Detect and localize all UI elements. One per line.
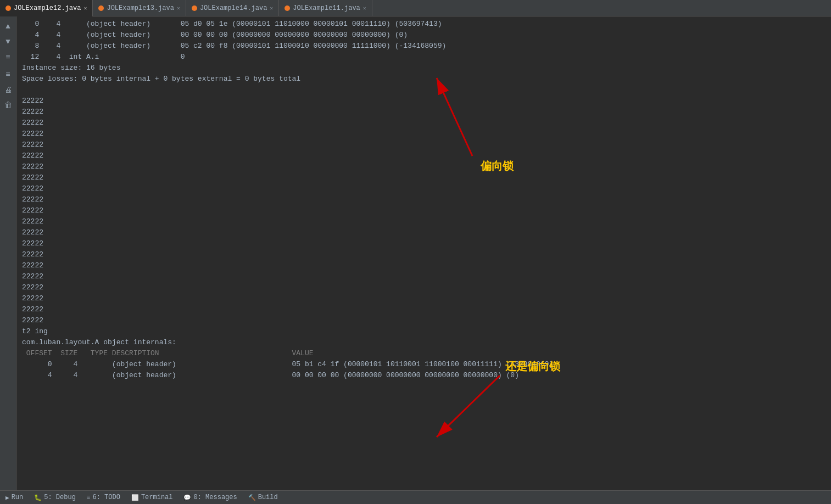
code-line: 0 4 (object header) 05 b1 c4 1f (0000010… [22, 359, 831, 370]
tab-label: JOLExample12.java [14, 4, 81, 12]
svg-line-3 [437, 376, 500, 437]
code-line: t2 ing [22, 326, 831, 337]
code-line: 22222 [22, 249, 831, 260]
code-line: 0 4 (object header) 05 d0 05 1e (0000010… [22, 19, 831, 30]
delete-icon[interactable]: 🗑 [3, 100, 14, 111]
annotation-biased-lock-1: 偏向锁 [481, 159, 514, 173]
status-run[interactable]: ▶ Run [5, 494, 23, 501]
code-line: 22222 [22, 227, 831, 238]
left-toolbar: ▲ ▼ ≡ ≡ 🖨 🗑 [0, 16, 16, 490]
tab-jolexample12[interactable]: JOLExample12.java ✕ [0, 0, 93, 16]
java-icon [98, 5, 104, 11]
code-line: 22222 [22, 96, 831, 107]
code-line: 22222 [22, 293, 831, 304]
status-terminal[interactable]: ⬜ Terminal [131, 494, 173, 501]
status-debug-label: 5: Debug [44, 494, 76, 501]
tab-label: JOLExample13.java [107, 4, 174, 12]
code-line: 22222 [22, 315, 831, 326]
main-area: ▲ ▼ ≡ ≡ 🖨 🗑 0 4 (object header) 05 d0 05… [0, 16, 831, 490]
code-line: 22222 [22, 139, 831, 150]
code-line: 22222 [22, 194, 831, 205]
code-line: 22222 [22, 117, 831, 128]
code-line [22, 85, 831, 96]
code-line: 22222 [22, 216, 831, 227]
status-messages-label: 0: Messages [193, 494, 237, 501]
close-tab-button[interactable]: ✕ [270, 5, 273, 12]
status-todo-label: 6: TODO [92, 494, 120, 501]
status-debug[interactable]: 🐛 5: Debug [34, 494, 76, 501]
align-icon[interactable]: ≡ [3, 69, 14, 80]
tab-jolexample13[interactable]: JOLExample13.java ✕ [93, 0, 186, 16]
code-line: 4 4 (object header) 00 00 00 00 (0000000… [22, 370, 831, 381]
status-run-label: Run [12, 494, 24, 501]
code-line: com.luban.layout.A object internals: [22, 337, 831, 348]
code-line: 22222 [22, 282, 831, 293]
java-icon [5, 5, 11, 11]
close-tab-button[interactable]: ✕ [363, 5, 366, 12]
scroll-up-icon[interactable]: ▲ [3, 21, 14, 32]
code-content: 0 4 (object header) 05 d0 05 1e (0000010… [22, 19, 831, 488]
status-todo[interactable]: ≡ 6: TODO [87, 494, 120, 501]
java-icon [192, 5, 197, 11]
code-line: 4 4 (object header) 00 00 00 00 (0000000… [22, 30, 831, 41]
code-line: 22222 [22, 107, 831, 117]
status-terminal-label: Terminal [141, 494, 173, 501]
code-line: 22222 [22, 172, 831, 183]
code-line: 22222 [22, 304, 831, 315]
tab-bar: JOLExample12.java ✕ JOLExample13.java ✕ … [0, 0, 831, 16]
scroll-down-icon[interactable]: ▼ [3, 36, 14, 47]
tab-jolexample14[interactable]: JOLExample14.java ✕ [186, 0, 279, 16]
table-header: OFFSET SIZE TYPE DESCRIPTION VALUE [22, 348, 831, 359]
editor-area[interactable]: 0 4 (object header) 05 d0 05 1e (0000010… [16, 16, 831, 490]
tab-jolexample11[interactable]: JOLExample11.java ✕ [279, 0, 372, 16]
terminal-icon: ⬜ [131, 494, 139, 501]
code-line: 8 4 (object header) 05 c2 00 f8 (0000010… [22, 41, 831, 52]
code-line: 22222 [22, 150, 831, 161]
messages-icon: 💬 [183, 494, 191, 501]
debug-icon: 🐛 [34, 494, 42, 501]
code-line: 22222 [22, 128, 831, 139]
structure-icon[interactable]: ≡ [3, 52, 14, 63]
status-bar: ▶ Run 🐛 5: Debug ≡ 6: TODO ⬜ Terminal 💬 … [0, 490, 831, 504]
code-line: 22222 [22, 161, 831, 172]
status-build-label: Build [258, 494, 278, 501]
status-build[interactable]: 🔨 Build [248, 494, 278, 501]
close-tab-button[interactable]: ✕ [177, 5, 180, 12]
tab-label: JOLExample11.java [293, 4, 360, 12]
build-icon: 🔨 [248, 494, 256, 501]
code-line: 22222 [22, 205, 831, 216]
code-line: 22222 [22, 183, 831, 194]
print-icon[interactable]: 🖨 [3, 85, 14, 96]
java-icon [285, 5, 290, 11]
code-line: 22222 [22, 238, 831, 249]
code-line: 12 4 int A.i 0 [22, 52, 831, 63]
code-line: 22222 [22, 271, 831, 282]
code-line: 22222 [22, 260, 831, 271]
code-line: Space losses: 0 bytes internal + 0 bytes… [22, 74, 831, 85]
todo-icon: ≡ [87, 494, 91, 501]
close-tab-button[interactable]: ✕ [83, 5, 87, 12]
tab-label: JOLExample14.java [200, 4, 267, 12]
code-line: Instance size: 16 bytes [22, 63, 831, 74]
annotation-biased-lock-2: 还是偏向锁 [505, 359, 560, 374]
status-messages[interactable]: 💬 0: Messages [183, 494, 237, 501]
run-icon: ▶ [5, 494, 9, 501]
